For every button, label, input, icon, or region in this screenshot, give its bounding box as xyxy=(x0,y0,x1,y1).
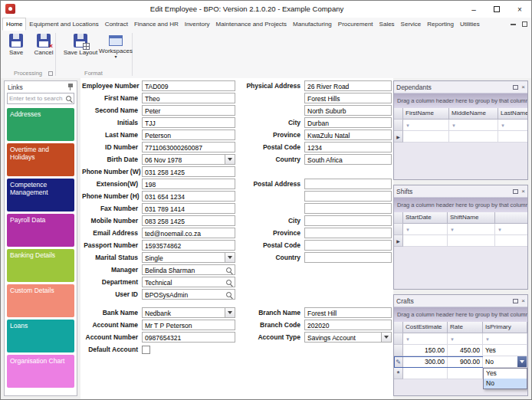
last-name-field[interactable]: Peterson xyxy=(142,130,235,140)
close-icon[interactable]: × xyxy=(521,298,525,304)
tab-maintenance-and-projects[interactable]: Maintenance and Projects xyxy=(213,18,291,31)
grid-cell[interactable]: 150.00 xyxy=(403,345,448,356)
second-name-field[interactable]: Peter xyxy=(142,105,235,116)
close-icon[interactable]: × xyxy=(521,189,525,195)
filter-cell[interactable]: ▼ xyxy=(495,224,527,235)
address-line-field[interactable]: North Suburb xyxy=(304,105,392,116)
address-line-field[interactable]: Forest Hills xyxy=(304,93,392,103)
lookup-magnifier-icon[interactable] xyxy=(226,267,232,273)
first-name-field[interactable]: Theo xyxy=(142,93,235,103)
close-button[interactable]: × xyxy=(508,1,531,18)
column-header-startdate[interactable]: StartDate xyxy=(403,212,448,224)
save-layout-button[interactable]: Save Layout xyxy=(61,34,100,69)
filter-cell[interactable]: ▼ xyxy=(498,120,527,131)
grid-cell[interactable] xyxy=(498,131,527,143)
dropdown-option-yes[interactable]: Yes xyxy=(484,369,527,379)
close-icon[interactable]: × xyxy=(521,84,525,90)
link-tile-payroll-data[interactable]: Payroll Data xyxy=(7,214,74,247)
default-account-checkbox[interactable] xyxy=(142,346,150,354)
branch-code-field[interactable]: 202020 xyxy=(304,320,392,330)
filter-cell[interactable]: ▼ xyxy=(403,333,448,345)
column-header-firstname[interactable]: FirstName xyxy=(403,108,449,120)
province-field[interactable] xyxy=(304,228,392,238)
fax-number-field[interactable]: 031 789 1414 xyxy=(142,203,235,214)
mobile-number-field[interactable]: 083 258 1425 xyxy=(142,215,235,226)
tab-inventory[interactable]: Inventory xyxy=(182,18,213,31)
account-type-field[interactable]: Savings Account xyxy=(304,332,392,343)
initials-field[interactable]: TJJ xyxy=(142,117,235,128)
province-field[interactable]: KwaZulu Natal xyxy=(304,130,392,140)
country-field[interactable]: South Africa xyxy=(304,154,392,165)
department-field[interactable]: Technical xyxy=(142,277,235,287)
column-header-costestimate[interactable]: CostEstimate xyxy=(403,322,448,333)
link-tile-organisation-chart[interactable]: Organisation Chart xyxy=(7,355,74,388)
search-button[interactable] xyxy=(63,93,74,103)
marital-status-field[interactable]: Single xyxy=(142,252,235,263)
tab-finance-and-hr[interactable]: Finance and HR xyxy=(131,18,182,31)
link-tile-overtime-and-holidays[interactable]: Overtime and Holidays xyxy=(7,143,74,176)
branch-name-field[interactable]: Forest Hill xyxy=(304,307,392,318)
lookup-magnifier-icon[interactable] xyxy=(226,280,232,285)
extension-w-field[interactable]: 198 xyxy=(142,179,235,189)
tab-manufacturing[interactable]: Manufacturing xyxy=(290,18,335,31)
address-line-field[interactable] xyxy=(304,191,392,202)
pin-icon[interactable] xyxy=(67,84,74,91)
cancel-button[interactable]: × Cancel xyxy=(30,34,57,69)
grid-cell[interactable] xyxy=(403,368,448,379)
account-number-field[interactable]: 0987654321 xyxy=(142,332,235,343)
link-tile-addresses[interactable]: Addresses xyxy=(7,108,74,141)
grid-cell[interactable] xyxy=(495,235,527,247)
maximize-icon[interactable] xyxy=(513,189,518,194)
dialog-launcher-icon[interactable] xyxy=(48,71,53,76)
link-tile-banking-details[interactable]: Banking Details xyxy=(7,249,74,282)
country-field[interactable] xyxy=(304,252,392,263)
dropdown-arrow-icon[interactable] xyxy=(225,308,235,317)
grid-cell[interactable] xyxy=(403,235,448,247)
filter-cell[interactable]: ▼ xyxy=(448,224,495,235)
column-header-rate[interactable]: Rate xyxy=(448,322,483,333)
column-header-isprimary[interactable]: IsPrimary xyxy=(483,322,527,333)
manager-field[interactable]: Belinda Sharman xyxy=(142,264,235,275)
filter-cell[interactable]: ▼ xyxy=(483,333,527,345)
phone-number-w-field[interactable]: 031 258 1425 xyxy=(142,166,235,177)
physical-address-field[interactable]: 26 River Road xyxy=(304,80,392,91)
workspaces-button[interactable]: Workspaces ▾ xyxy=(99,34,133,69)
column-header-lastname[interactable]: LastName xyxy=(498,108,527,120)
grid-cell[interactable] xyxy=(448,235,495,247)
link-tile-custom-details[interactable]: Custom Details xyxy=(7,284,74,317)
bank-name-field[interactable]: Nedbank xyxy=(142,307,235,318)
employee-number-field[interactable]: TAD009 xyxy=(142,80,235,91)
maximize-button[interactable] xyxy=(485,1,508,18)
birth-date-field[interactable]: 06 Nov 1978 xyxy=(142,154,235,165)
maximize-icon[interactable] xyxy=(513,85,518,90)
tab-equipment-and-locations[interactable]: Equipment and Locations xyxy=(26,18,101,31)
grid-cell-editor[interactable]: No xyxy=(483,356,527,368)
phone-number-h-field[interactable]: 031 654 1234 xyxy=(142,191,235,202)
address-line-field[interactable] xyxy=(304,203,392,214)
dropdown-option-no[interactable]: No xyxy=(484,379,527,389)
filter-cell[interactable]: ▼ xyxy=(448,333,483,345)
passport-number-field[interactable]: 1593574862 xyxy=(142,240,235,251)
grid-cell[interactable] xyxy=(448,368,483,379)
grid-cell[interactable] xyxy=(403,131,449,143)
grid-cell[interactable]: 900.00 xyxy=(448,356,483,368)
grid-cell[interactable]: 450.00 xyxy=(448,345,483,356)
id-number-field[interactable]: 7711063000260087 xyxy=(142,142,235,152)
dropdown-arrow-icon[interactable] xyxy=(517,356,527,367)
filter-cell[interactable]: ▼ xyxy=(449,120,498,131)
minimize-button[interactable]: – xyxy=(462,1,485,18)
tab-contract[interactable]: Contract xyxy=(102,18,131,31)
filter-cell[interactable]: ▼ xyxy=(403,120,449,131)
mdi-minimize-icon[interactable] xyxy=(511,24,516,25)
column-header-middlename[interactable]: MiddleName xyxy=(449,108,498,120)
dropdown-arrow-icon[interactable] xyxy=(225,253,235,262)
tab-procurement[interactable]: Procurement xyxy=(335,18,376,31)
link-tile-loans[interactable]: Loans xyxy=(7,320,74,352)
filter-cell[interactable]: ▼ xyxy=(403,224,448,235)
dropdown-arrow-icon[interactable] xyxy=(225,155,235,164)
city-field[interactable] xyxy=(304,215,392,226)
save-button[interactable]: Save xyxy=(4,34,28,69)
column-header-shiftname[interactable]: ShiftName xyxy=(448,212,495,224)
dropdown-arrow-icon[interactable] xyxy=(381,333,391,342)
maximize-icon[interactable] xyxy=(513,299,518,303)
